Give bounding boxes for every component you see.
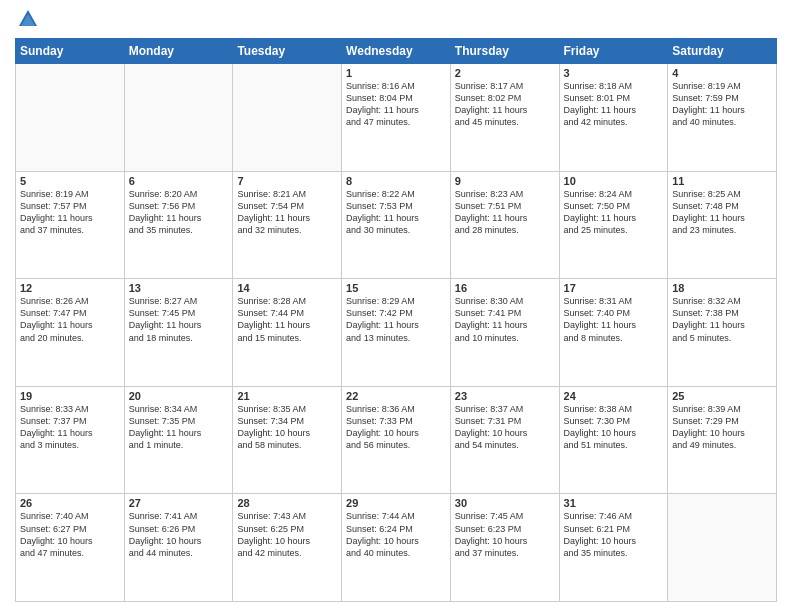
calendar-cell: 7Sunrise: 8:21 AM Sunset: 7:54 PM Daylig… [233,171,342,279]
day-number: 2 [455,67,555,79]
calendar-cell: 5Sunrise: 8:19 AM Sunset: 7:57 PM Daylig… [16,171,125,279]
cell-content: Sunrise: 8:16 AM Sunset: 8:04 PM Dayligh… [346,80,446,129]
day-number: 21 [237,390,337,402]
cell-content: Sunrise: 8:31 AM Sunset: 7:40 PM Dayligh… [564,295,664,344]
calendar-week-row: 5Sunrise: 8:19 AM Sunset: 7:57 PM Daylig… [16,171,777,279]
logo [15,10,39,30]
calendar-cell: 17Sunrise: 8:31 AM Sunset: 7:40 PM Dayli… [559,279,668,387]
cell-content: Sunrise: 8:23 AM Sunset: 7:51 PM Dayligh… [455,188,555,237]
calendar-cell: 31Sunrise: 7:46 AM Sunset: 6:21 PM Dayli… [559,494,668,602]
cell-content: Sunrise: 8:19 AM Sunset: 7:57 PM Dayligh… [20,188,120,237]
calendar-cell: 4Sunrise: 8:19 AM Sunset: 7:59 PM Daylig… [668,64,777,172]
calendar-cell: 18Sunrise: 8:32 AM Sunset: 7:38 PM Dayli… [668,279,777,387]
cell-content: Sunrise: 8:26 AM Sunset: 7:47 PM Dayligh… [20,295,120,344]
day-number: 19 [20,390,120,402]
day-number: 12 [20,282,120,294]
page: SundayMondayTuesdayWednesdayThursdayFrid… [0,0,792,612]
cell-content: Sunrise: 8:17 AM Sunset: 8:02 PM Dayligh… [455,80,555,129]
cell-content: Sunrise: 8:35 AM Sunset: 7:34 PM Dayligh… [237,403,337,452]
cell-content: Sunrise: 7:40 AM Sunset: 6:27 PM Dayligh… [20,510,120,559]
logo-icon [17,8,39,30]
day-number: 13 [129,282,229,294]
cell-content: Sunrise: 7:46 AM Sunset: 6:21 PM Dayligh… [564,510,664,559]
day-number: 30 [455,497,555,509]
cell-content: Sunrise: 8:33 AM Sunset: 7:37 PM Dayligh… [20,403,120,452]
weekday-header: Sunday [16,39,125,64]
calendar-week-row: 1Sunrise: 8:16 AM Sunset: 8:04 PM Daylig… [16,64,777,172]
calendar-cell: 29Sunrise: 7:44 AM Sunset: 6:24 PM Dayli… [342,494,451,602]
day-number: 6 [129,175,229,187]
cell-content: Sunrise: 7:41 AM Sunset: 6:26 PM Dayligh… [129,510,229,559]
calendar-cell: 24Sunrise: 8:38 AM Sunset: 7:30 PM Dayli… [559,386,668,494]
calendar-cell: 15Sunrise: 8:29 AM Sunset: 7:42 PM Dayli… [342,279,451,387]
calendar-cell [124,64,233,172]
cell-content: Sunrise: 8:39 AM Sunset: 7:29 PM Dayligh… [672,403,772,452]
day-number: 28 [237,497,337,509]
cell-content: Sunrise: 8:38 AM Sunset: 7:30 PM Dayligh… [564,403,664,452]
calendar-cell: 3Sunrise: 8:18 AM Sunset: 8:01 PM Daylig… [559,64,668,172]
cell-content: Sunrise: 7:43 AM Sunset: 6:25 PM Dayligh… [237,510,337,559]
calendar-cell [668,494,777,602]
day-number: 16 [455,282,555,294]
day-number: 29 [346,497,446,509]
cell-content: Sunrise: 8:19 AM Sunset: 7:59 PM Dayligh… [672,80,772,129]
day-number: 17 [564,282,664,294]
cell-content: Sunrise: 8:20 AM Sunset: 7:56 PM Dayligh… [129,188,229,237]
calendar-cell: 6Sunrise: 8:20 AM Sunset: 7:56 PM Daylig… [124,171,233,279]
calendar-cell: 16Sunrise: 8:30 AM Sunset: 7:41 PM Dayli… [450,279,559,387]
calendar-week-row: 12Sunrise: 8:26 AM Sunset: 7:47 PM Dayli… [16,279,777,387]
day-number: 4 [672,67,772,79]
calendar-cell: 2Sunrise: 8:17 AM Sunset: 8:02 PM Daylig… [450,64,559,172]
day-number: 11 [672,175,772,187]
weekday-header: Thursday [450,39,559,64]
day-number: 1 [346,67,446,79]
calendar-cell: 23Sunrise: 8:37 AM Sunset: 7:31 PM Dayli… [450,386,559,494]
cell-content: Sunrise: 7:45 AM Sunset: 6:23 PM Dayligh… [455,510,555,559]
calendar-cell: 27Sunrise: 7:41 AM Sunset: 6:26 PM Dayli… [124,494,233,602]
day-number: 7 [237,175,337,187]
calendar-cell: 22Sunrise: 8:36 AM Sunset: 7:33 PM Dayli… [342,386,451,494]
calendar-cell [16,64,125,172]
cell-content: Sunrise: 8:24 AM Sunset: 7:50 PM Dayligh… [564,188,664,237]
day-number: 22 [346,390,446,402]
cell-content: Sunrise: 8:18 AM Sunset: 8:01 PM Dayligh… [564,80,664,129]
day-number: 8 [346,175,446,187]
cell-content: Sunrise: 8:32 AM Sunset: 7:38 PM Dayligh… [672,295,772,344]
header-row: SundayMondayTuesdayWednesdayThursdayFrid… [16,39,777,64]
weekday-header: Friday [559,39,668,64]
day-number: 31 [564,497,664,509]
calendar-table: SundayMondayTuesdayWednesdayThursdayFrid… [15,38,777,602]
weekday-header: Monday [124,39,233,64]
day-number: 9 [455,175,555,187]
cell-content: Sunrise: 8:37 AM Sunset: 7:31 PM Dayligh… [455,403,555,452]
day-number: 20 [129,390,229,402]
day-number: 15 [346,282,446,294]
day-number: 5 [20,175,120,187]
day-number: 25 [672,390,772,402]
calendar-cell: 12Sunrise: 8:26 AM Sunset: 7:47 PM Dayli… [16,279,125,387]
weekday-header: Tuesday [233,39,342,64]
cell-content: Sunrise: 8:28 AM Sunset: 7:44 PM Dayligh… [237,295,337,344]
day-number: 10 [564,175,664,187]
cell-content: Sunrise: 8:25 AM Sunset: 7:48 PM Dayligh… [672,188,772,237]
day-number: 23 [455,390,555,402]
cell-content: Sunrise: 8:30 AM Sunset: 7:41 PM Dayligh… [455,295,555,344]
calendar-cell: 11Sunrise: 8:25 AM Sunset: 7:48 PM Dayli… [668,171,777,279]
calendar-cell: 19Sunrise: 8:33 AM Sunset: 7:37 PM Dayli… [16,386,125,494]
cell-content: Sunrise: 8:21 AM Sunset: 7:54 PM Dayligh… [237,188,337,237]
calendar-cell: 9Sunrise: 8:23 AM Sunset: 7:51 PM Daylig… [450,171,559,279]
weekday-header: Saturday [668,39,777,64]
day-number: 24 [564,390,664,402]
calendar-week-row: 26Sunrise: 7:40 AM Sunset: 6:27 PM Dayli… [16,494,777,602]
calendar-week-row: 19Sunrise: 8:33 AM Sunset: 7:37 PM Dayli… [16,386,777,494]
calendar-cell: 10Sunrise: 8:24 AM Sunset: 7:50 PM Dayli… [559,171,668,279]
cell-content: Sunrise: 8:27 AM Sunset: 7:45 PM Dayligh… [129,295,229,344]
calendar-cell: 1Sunrise: 8:16 AM Sunset: 8:04 PM Daylig… [342,64,451,172]
calendar-cell: 13Sunrise: 8:27 AM Sunset: 7:45 PM Dayli… [124,279,233,387]
calendar-cell: 20Sunrise: 8:34 AM Sunset: 7:35 PM Dayli… [124,386,233,494]
cell-content: Sunrise: 8:34 AM Sunset: 7:35 PM Dayligh… [129,403,229,452]
calendar-cell: 25Sunrise: 8:39 AM Sunset: 7:29 PM Dayli… [668,386,777,494]
calendar-cell: 8Sunrise: 8:22 AM Sunset: 7:53 PM Daylig… [342,171,451,279]
cell-content: Sunrise: 8:22 AM Sunset: 7:53 PM Dayligh… [346,188,446,237]
calendar-cell: 26Sunrise: 7:40 AM Sunset: 6:27 PM Dayli… [16,494,125,602]
